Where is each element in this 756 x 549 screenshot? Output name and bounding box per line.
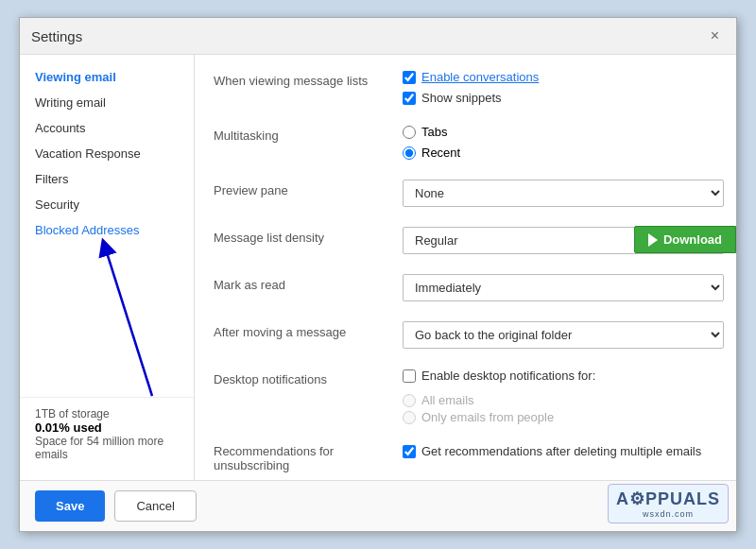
label-desktop-notif: Desktop notifications [214, 369, 403, 386]
desktop-notif-sub: All emails Only emails from people [403, 393, 717, 427]
radio-only-people[interactable] [403, 411, 416, 424]
radio-row-tabs: Tabs [403, 125, 717, 139]
label-multitasking: Multitasking [214, 125, 403, 143]
settings-row-recommendations: Recommendations for unsubscribing Get re… [214, 444, 717, 474]
sidebar: Viewing email Writing email Accounts Vac… [20, 55, 195, 480]
download-button[interactable]: Download [634, 226, 736, 253]
main-content: When viewing message lists Enable conver… [195, 55, 736, 480]
settings-row-after-moving: After moving a message Go back to the or… [214, 321, 717, 352]
radio-row-all-emails: All emails [403, 393, 717, 407]
dialog-title: Settings [31, 28, 82, 44]
title-bar: Settings × [20, 18, 736, 55]
settings-row-message-lists: When viewing message lists Enable conver… [214, 70, 717, 108]
storage-used: 0.01% used [35, 420, 179, 435]
control-message-lists: Enable conversations Show snippets [403, 70, 717, 108]
sidebar-bottom: 1TB of storage 0.01% used Space for 54 m… [20, 397, 194, 471]
select-mark-as-read[interactable]: Immediately After 5 seconds Manually [403, 274, 724, 301]
checkbox-desktop-notif[interactable] [403, 369, 416, 383]
save-button[interactable]: Save [35, 490, 105, 522]
label-only-people: Only emails from people [421, 410, 554, 424]
dialog-body: Viewing email Writing email Accounts Vac… [20, 55, 736, 480]
settings-row-preview-pane: Preview pane None Right of inbox Below i… [214, 180, 717, 210]
label-desktop-notif-enable: Enable desktop notifications for: [421, 369, 595, 383]
label-show-snippets: Show snippets [421, 91, 502, 105]
label-enable-conversations[interactable]: Enable conversations [421, 70, 539, 84]
label-all-emails: All emails [421, 393, 474, 407]
play-icon [648, 233, 658, 247]
checkbox-row-recommendations: Get recommendations after deleting multi… [403, 444, 717, 458]
sidebar-item-writing-email[interactable]: Writing email [20, 90, 194, 115]
settings-row-desktop-notif: Desktop notifications Enable desktop not… [214, 369, 717, 427]
radio-recent[interactable] [403, 146, 416, 160]
control-mark-as-read: Immediately After 5 seconds Manually [403, 274, 724, 301]
control-desktop-notif: Enable desktop notifications for: All em… [403, 369, 717, 427]
sidebar-item-filters[interactable]: Filters [20, 166, 194, 192]
sidebar-nav: Viewing email Writing email Accounts Vac… [20, 64, 194, 243]
settings-dialog: Settings × Viewing email Writing email A… [19, 17, 737, 532]
sidebar-item-vacation-response[interactable]: Vacation Response [20, 141, 194, 166]
close-button[interactable]: × [705, 26, 725, 46]
label-after-moving: After moving a message [214, 321, 403, 339]
label-mark-as-read: Mark as read [214, 274, 403, 292]
select-after-moving[interactable]: Go back to the original folder Go to the… [403, 321, 724, 349]
checkbox-row-desktop-notif: Enable desktop notifications for: [403, 369, 717, 383]
download-label: Download [663, 232, 722, 247]
cancel-button[interactable]: Cancel [114, 490, 196, 522]
checkbox-row-snippets: Show snippets [403, 91, 717, 105]
settings-row-multitasking: Multitasking Tabs Recent [214, 125, 717, 163]
sidebar-item-viewing-email[interactable]: Viewing email [20, 64, 194, 90]
checkbox-enable-conversations[interactable] [403, 71, 416, 84]
select-preview-pane[interactable]: None Right of inbox Below inbox [403, 180, 724, 207]
radio-all-emails[interactable] [403, 394, 416, 407]
label-recent: Recent [421, 146, 460, 160]
control-after-moving: Go back to the original folder Go to the… [403, 321, 724, 349]
svg-line-0 [105, 247, 152, 396]
label-message-lists: When viewing message lists [214, 70, 403, 88]
control-multitasking: Tabs Recent [403, 125, 717, 163]
label-message-density: Message list density [214, 227, 403, 245]
label-preview-pane: Preview pane [214, 180, 403, 197]
label-recommendations-text: Get recommendations after deleting multi… [421, 444, 701, 458]
settings-row-mark-as-read: Mark as read Immediately After 5 seconds… [214, 274, 717, 304]
sidebar-item-accounts[interactable]: Accounts [20, 115, 194, 141]
label-recommendations: Recommendations for unsubscribing [214, 444, 403, 472]
radio-row-only-people: Only emails from people [403, 410, 717, 424]
radio-row-recent: Recent [403, 146, 717, 160]
storage-label: 1TB of storage [35, 407, 179, 420]
control-preview-pane: None Right of inbox Below inbox [403, 180, 724, 207]
checkbox-recommendations[interactable] [403, 445, 416, 458]
sidebar-item-security[interactable]: Security [20, 192, 194, 217]
label-tabs: Tabs [421, 125, 447, 139]
sidebar-item-blocked-addresses[interactable]: Blocked Addresses [20, 217, 194, 243]
control-recommendations: Get recommendations after deleting multi… [403, 444, 717, 461]
checkbox-show-snippets[interactable] [403, 92, 416, 105]
checkbox-row-conversations: Enable conversations [403, 70, 717, 84]
radio-tabs[interactable] [403, 126, 416, 139]
storage-more: Space for 54 million more emails [35, 435, 179, 461]
dialog-footer: Save Cancel [20, 480, 736, 531]
